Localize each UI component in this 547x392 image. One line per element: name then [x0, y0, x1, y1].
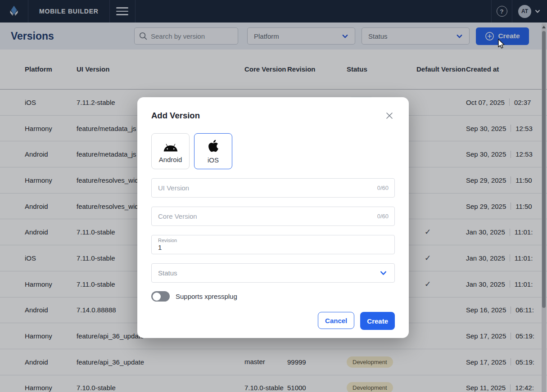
status-select-placeholder: Status: [158, 269, 177, 277]
modal-title: Add Version: [151, 111, 200, 121]
platform-tile-label: iOS: [208, 156, 219, 164]
core-version-counter: 0/60: [377, 213, 389, 220]
revision-input[interactable]: [158, 243, 388, 251]
platform-tile-ios[interactable]: iOS: [194, 133, 232, 169]
ui-version-counter: 0/60: [377, 185, 389, 191]
platform-tile-android[interactable]: Android: [151, 133, 190, 169]
status-select[interactable]: Status: [151, 263, 395, 283]
close-button[interactable]: [384, 110, 395, 121]
ui-version-input[interactable]: [151, 178, 395, 198]
revision-field: Revision: [151, 235, 395, 254]
chevron-down-icon: [379, 268, 388, 278]
core-version-field: 0/60: [151, 207, 395, 226]
supports-xpressplug-toggle[interactable]: [151, 291, 170, 302]
ui-version-field: 0/60: [151, 178, 395, 198]
apple-icon: [206, 139, 221, 153]
cancel-button[interactable]: Cancel: [318, 312, 354, 329]
modal-create-button[interactable]: Create: [360, 312, 395, 330]
core-version-input[interactable]: [151, 207, 395, 226]
close-icon: [385, 111, 394, 120]
add-version-modal: Add Version Android iOS 0/60 0/60: [137, 97, 409, 338]
platform-tile-label: Android: [159, 156, 182, 163]
toggle-label: Supports xpressplug: [176, 293, 237, 300]
android-icon: [162, 139, 179, 153]
toggle-knob: [153, 293, 161, 301]
revision-label: Revision: [158, 238, 388, 243]
